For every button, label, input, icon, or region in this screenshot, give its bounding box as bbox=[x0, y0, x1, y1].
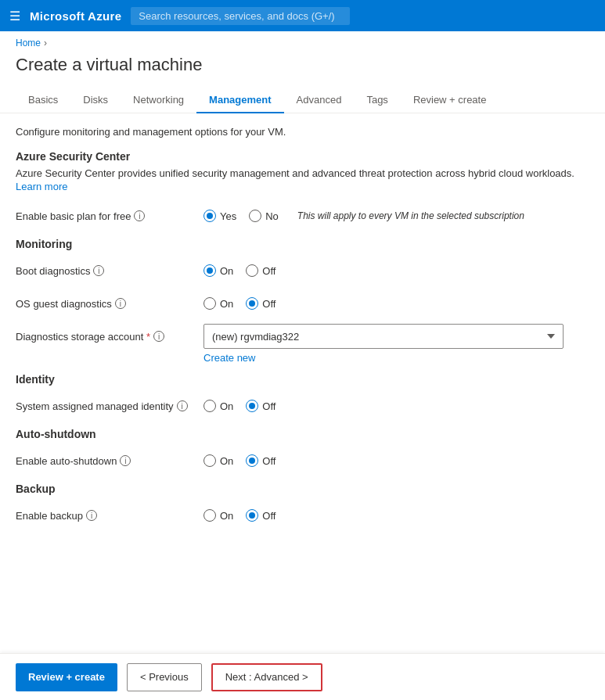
boot-diagnostics-label: Boot diagnostics i bbox=[16, 265, 203, 277]
tab-networking[interactable]: Networking bbox=[121, 88, 196, 113]
tab-basics[interactable]: Basics bbox=[16, 88, 70, 113]
enable-backup-row: Enable backup i On Off bbox=[16, 503, 579, 528]
boot-diagnostics-on[interactable]: On bbox=[203, 264, 233, 277]
top-navigation: ☰ Microsoft Azure bbox=[0, 0, 605, 31]
enable-basic-plan-info-icon[interactable]: i bbox=[134, 210, 145, 221]
radio-yes-circle bbox=[203, 210, 216, 222]
brand-title: Microsoft Azure bbox=[30, 9, 121, 23]
create-new-link[interactable]: Create new bbox=[203, 352, 579, 364]
auto-shutdown-title: Auto-shutdown bbox=[16, 428, 579, 440]
sys-managed-off-circle bbox=[246, 400, 258, 412]
boot-diag-on-dot bbox=[207, 267, 213, 274]
auto-shutdown-on-circle bbox=[203, 454, 216, 467]
os-diag-off-dot bbox=[249, 300, 255, 307]
boot-diag-on-circle bbox=[203, 264, 216, 277]
tab-tags[interactable]: Tags bbox=[354, 88, 400, 113]
backup-off-circle bbox=[246, 509, 258, 522]
breadcrumb: Home › bbox=[0, 31, 605, 52]
backup-title: Backup bbox=[16, 483, 579, 495]
auto-shutdown-off-circle bbox=[246, 454, 258, 467]
os-guest-diag-on[interactable]: On bbox=[203, 297, 233, 310]
enable-basic-plan-no[interactable]: No bbox=[249, 210, 279, 222]
os-guest-diag-info-icon[interactable]: i bbox=[115, 298, 126, 309]
auto-shutdown-off[interactable]: Off bbox=[246, 454, 275, 467]
enable-basic-plan-yes[interactable]: Yes bbox=[203, 210, 236, 222]
enable-basic-plan-row: Enable basic plan for free i Yes No This… bbox=[16, 203, 579, 228]
boot-diagnostics-off[interactable]: Off bbox=[246, 264, 275, 277]
boot-diagnostics-info-icon[interactable]: i bbox=[93, 265, 104, 276]
system-managed-on[interactable]: On bbox=[203, 400, 233, 412]
enable-backup-label: Enable backup i bbox=[16, 510, 203, 522]
tabs-bar: Basics Disks Networking Management Advan… bbox=[0, 88, 605, 113]
required-star: * bbox=[146, 331, 150, 343]
system-managed-control: On Off bbox=[203, 400, 275, 412]
backup-control: On Off bbox=[203, 509, 275, 522]
diagnostics-storage-dropdown[interactable]: (new) rgvmdiag322 bbox=[203, 324, 564, 349]
os-guest-diagnostics-label: OS guest diagnostics i bbox=[16, 298, 203, 310]
auto-shutdown-control: On Off bbox=[203, 454, 275, 467]
section-description: Configure monitoring and management opti… bbox=[16, 126, 579, 138]
radio-yes-dot bbox=[207, 213, 213, 219]
learn-more-link[interactable]: Learn more bbox=[16, 181, 67, 192]
boot-diagnostics-control: On Off bbox=[203, 264, 275, 277]
search-input[interactable] bbox=[131, 7, 350, 25]
tab-review-create[interactable]: Review + create bbox=[401, 88, 499, 113]
os-guest-diag-off[interactable]: Off bbox=[246, 297, 275, 310]
backup-off-dot bbox=[249, 512, 255, 519]
tab-disks[interactable]: Disks bbox=[70, 88, 121, 113]
auto-shutdown-off-dot bbox=[249, 458, 255, 464]
enable-basic-plan-control: Yes No This will apply to every VM in th… bbox=[203, 210, 524, 222]
system-managed-off[interactable]: Off bbox=[246, 400, 275, 412]
monitoring-title: Monitoring bbox=[16, 238, 579, 250]
sys-managed-off-dot bbox=[249, 403, 255, 409]
tab-management[interactable]: Management bbox=[196, 88, 283, 113]
boot-diagnostics-row: Boot diagnostics i On Off bbox=[16, 258, 579, 283]
backup-on-circle bbox=[203, 509, 216, 522]
page-title: Create a virtual machine bbox=[0, 52, 605, 88]
auto-shutdown-info-icon[interactable]: i bbox=[120, 455, 131, 466]
tab-advanced[interactable]: Advanced bbox=[284, 88, 355, 113]
diagnostics-storage-row: Diagnostics storage account * i (new) rg… bbox=[16, 324, 579, 349]
content-area: Configure monitoring and management opti… bbox=[0, 126, 595, 528]
backup-info-icon[interactable]: i bbox=[86, 510, 97, 521]
diagnostics-storage-info-icon[interactable]: i bbox=[153, 331, 164, 342]
system-managed-info-icon[interactable]: i bbox=[177, 400, 188, 411]
boot-diag-off-circle bbox=[246, 264, 258, 277]
backup-on[interactable]: On bbox=[203, 509, 233, 522]
radio-no-circle bbox=[249, 210, 261, 222]
os-guest-diagnostics-row: OS guest diagnostics i On Off bbox=[16, 291, 579, 316]
enable-basic-plan-label: Enable basic plan for free i bbox=[16, 210, 203, 222]
azure-security-title: Azure Security Center bbox=[16, 150, 579, 163]
breadcrumb-home[interactable]: Home bbox=[16, 38, 41, 48]
identity-title: Identity bbox=[16, 373, 579, 386]
enable-auto-shutdown-row: Enable auto-shutdown i On Off bbox=[16, 448, 579, 473]
enable-basic-plan-hint: This will apply to every VM in the selec… bbox=[297, 210, 524, 221]
auto-shutdown-on[interactable]: On bbox=[203, 454, 233, 467]
sys-managed-on-circle bbox=[203, 400, 216, 412]
hamburger-icon[interactable]: ☰ bbox=[9, 9, 20, 23]
breadcrumb-separator: › bbox=[44, 38, 47, 48]
system-managed-label: System assigned managed identity i bbox=[16, 400, 203, 412]
os-diag-on-circle bbox=[203, 297, 216, 310]
os-diag-off-circle bbox=[246, 297, 258, 310]
backup-off[interactable]: Off bbox=[246, 509, 275, 522]
diagnostics-storage-label: Diagnostics storage account * i bbox=[16, 331, 203, 343]
azure-security-description: Azure Security Center provides unified s… bbox=[16, 167, 579, 179]
enable-auto-shutdown-label: Enable auto-shutdown i bbox=[16, 455, 203, 467]
system-managed-identity-row: System assigned managed identity i On Of… bbox=[16, 393, 579, 418]
main-scroll-area: Home › Create a virtual machine Basics D… bbox=[0, 31, 605, 653]
os-guest-diagnostics-control: On Off bbox=[203, 297, 275, 310]
